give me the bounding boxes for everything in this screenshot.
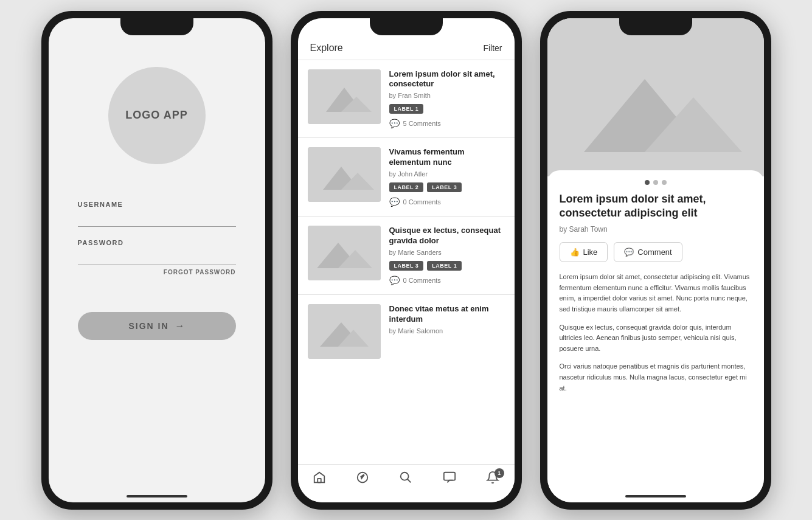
- password-input[interactable]: [78, 250, 236, 265]
- username-label: USERNAME: [78, 201, 236, 208]
- home-indicator: [127, 495, 187, 497]
- comment-icon: 💬: [389, 197, 400, 207]
- pagination-dots: [560, 180, 752, 185]
- body-para-1: Lorem ipsum dolor sit amet, consectetur …: [560, 272, 752, 314]
- detail-content: Lorem ipsum dolor sit amet, consectetur …: [547, 170, 764, 502]
- forgot-password-link[interactable]: FORGOT PASSWORD: [78, 269, 236, 276]
- explore-list: Lorem ipsum dolor sit amet, consectetur …: [298, 60, 515, 464]
- password-group: PASSWORD FORGOT PASSWORD: [78, 239, 236, 276]
- svg-point-15: [401, 472, 409, 480]
- detail-title: Lorem ipsum dolor sit amet, consectetur …: [560, 192, 752, 221]
- article-author: by Marie Salomon: [389, 327, 505, 335]
- article-thumb: [308, 69, 381, 124]
- comment-count: 0 Comments: [403, 277, 441, 284]
- logo-circle: LOGO APP: [108, 67, 206, 164]
- logo-text: LOGO APP: [125, 109, 187, 122]
- article-comments: 💬 0 Comments: [389, 276, 505, 285]
- nav-explore[interactable]: [356, 471, 369, 484]
- detail-screen: Lorem ipsum dolor sit amet, consectetur …: [547, 18, 764, 502]
- dot-2: [653, 180, 658, 185]
- phone-detail: Lorem ipsum dolor sit amet, consectetur …: [540, 11, 771, 510]
- svg-rect-17: [443, 472, 454, 480]
- article-labels: LABEL 2 LABEL 3: [389, 182, 505, 192]
- notch: [619, 18, 692, 35]
- detail-image: [547, 18, 764, 176]
- login-screen: LOGO APP USERNAME PASSWORD FORGOT PASSWO…: [49, 18, 265, 502]
- label-badge: LABEL 3: [427, 182, 462, 192]
- comment-icon: 💬: [389, 276, 400, 285]
- nav-chat[interactable]: [443, 471, 456, 484]
- notification-badge: 1: [494, 468, 504, 478]
- comment-count: 0 Comments: [403, 198, 441, 206]
- like-icon: 👍: [570, 248, 580, 257]
- body-para-2: Quisque ex lectus, consequat gravida dol…: [560, 322, 752, 355]
- arrow-icon: →: [175, 321, 185, 331]
- article-info: Donec vitae metus at enim interdum by Ma…: [389, 304, 505, 359]
- action-buttons: 👍 Like 💬 Comment: [560, 242, 752, 262]
- comment-btn-icon: 💬: [624, 248, 634, 257]
- explore-title: Explore: [310, 43, 343, 54]
- like-label: Like: [583, 248, 598, 257]
- sign-in-label: SIGN IN: [128, 321, 168, 331]
- svg-marker-14: [361, 474, 365, 479]
- label-badge: LABEL 2: [389, 182, 424, 192]
- phone-login: LOGO APP USERNAME PASSWORD FORGOT PASSWO…: [41, 11, 272, 510]
- svg-rect-12: [318, 478, 321, 482]
- username-input[interactable]: [78, 212, 236, 227]
- article-labels: LABEL 1: [389, 104, 505, 114]
- dot-3: [662, 180, 667, 185]
- detail-author: by Sarah Town: [560, 225, 752, 234]
- svg-line-16: [408, 479, 411, 482]
- article-info: Vivamus fermentum elementum nunc by John…: [389, 147, 505, 207]
- phone-explore: Explore Filter Lorem ipsum dolor sit ame…: [291, 11, 522, 510]
- article-comments: 💬 0 Comments: [389, 197, 505, 207]
- article-author: by John Atler: [389, 170, 505, 178]
- explore-screen: Explore Filter Lorem ipsum dolor sit ame…: [298, 18, 515, 502]
- like-button[interactable]: 👍 Like: [560, 242, 608, 262]
- notch: [120, 18, 193, 35]
- password-label: PASSWORD: [78, 239, 236, 246]
- article-author: by Fran Smith: [389, 92, 505, 99]
- comment-count: 5 Comments: [403, 120, 441, 127]
- article-author: by Marie Sanders: [389, 249, 505, 256]
- article-title: Quisque ex lectus, consequat gravida dol…: [389, 226, 505, 246]
- filter-button[interactable]: Filter: [483, 43, 502, 53]
- list-item[interactable]: Lorem ipsum dolor sit amet, consectetur …: [298, 60, 515, 138]
- label-badge: LABEL 3: [389, 261, 424, 271]
- article-title: Lorem ipsum dolor sit amet, consectetur: [389, 69, 505, 90]
- nav-home[interactable]: [313, 471, 326, 484]
- detail-body: Lorem ipsum dolor sit amet, consectetur …: [560, 272, 752, 393]
- article-thumb: [308, 226, 381, 280]
- nav-notifications[interactable]: 1: [486, 471, 499, 484]
- article-labels: LABEL 3 LABEL 1: [389, 261, 505, 271]
- body-para-3: Orci varius natoque penatibus et magnis …: [560, 361, 752, 393]
- comment-icon: 💬: [389, 119, 400, 128]
- list-item[interactable]: Donec vitae metus at enim interdum by Ma…: [298, 294, 515, 368]
- article-info: Lorem ipsum dolor sit amet, consectetur …: [389, 69, 505, 129]
- sign-in-button[interactable]: SIGN IN →: [78, 312, 236, 340]
- comment-button[interactable]: 💬 Comment: [614, 242, 682, 262]
- article-comments: 💬 5 Comments: [389, 119, 505, 128]
- article-thumb: [308, 304, 381, 359]
- article-title: Vivamus fermentum elementum nunc: [389, 147, 505, 168]
- label-badge: LABEL 1: [389, 104, 424, 114]
- login-form: USERNAME PASSWORD FORGOT PASSWORD SIGN I…: [78, 201, 236, 340]
- article-title: Donec vitae metus at enim interdum: [389, 304, 505, 325]
- comment-btn-label: Comment: [637, 248, 671, 257]
- list-item[interactable]: Vivamus fermentum elementum nunc by John…: [298, 137, 515, 216]
- home-indicator: [625, 495, 686, 497]
- notch: [370, 18, 443, 35]
- list-item[interactable]: Quisque ex lectus, consequat gravida dol…: [298, 216, 515, 294]
- label-badge: LABEL 1: [427, 261, 462, 271]
- username-group: USERNAME: [78, 201, 236, 227]
- nav-search[interactable]: [399, 471, 412, 484]
- bottom-nav: 1: [298, 464, 515, 502]
- article-info: Quisque ex lectus, consequat gravida dol…: [389, 226, 505, 285]
- dot-1: [645, 180, 650, 185]
- article-thumb: [308, 147, 381, 202]
